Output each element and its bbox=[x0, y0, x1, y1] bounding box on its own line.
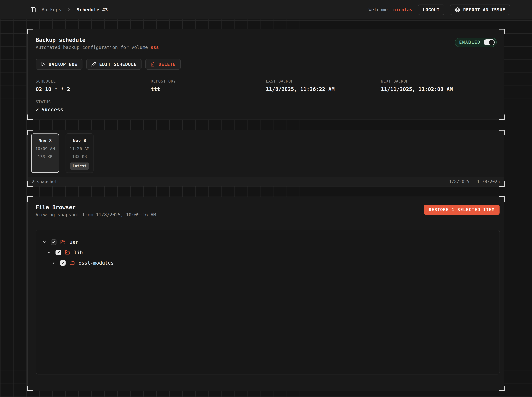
field-label: LAST BACKUP bbox=[266, 79, 381, 84]
snapshot-date: Nov 8 bbox=[73, 138, 86, 143]
folder-open-icon bbox=[60, 240, 66, 245]
restore-selected-button[interactable]: RESTORE 1 SELECTED ITEM bbox=[424, 205, 500, 215]
report-issue-button[interactable]: REPORT AN ISSUE bbox=[450, 5, 510, 15]
field-value: ttt bbox=[151, 86, 266, 92]
enabled-toggle[interactable]: ENABLED bbox=[455, 38, 497, 47]
field-next-backup: NEXT BACKUP 11/11/2025, 11:02:00 AM bbox=[381, 79, 496, 92]
corner-bracket bbox=[27, 196, 33, 202]
corner-bracket bbox=[27, 29, 33, 34]
play-icon bbox=[41, 62, 45, 67]
checkbox-lib[interactable] bbox=[56, 250, 61, 255]
trash-icon bbox=[150, 62, 155, 67]
breadcrumb-current-page: Schedule #3 bbox=[77, 7, 108, 12]
folder-icon bbox=[70, 260, 75, 266]
breadcrumb: Backups Schedule #3 bbox=[30, 7, 108, 13]
logout-button[interactable]: LOGOUT bbox=[418, 5, 444, 15]
tree-row-lib[interactable]: lib bbox=[36, 247, 500, 258]
file-browser-card: File Browser Viewing snapshot from 11/8/… bbox=[27, 197, 504, 391]
tree-row-ossl-modules[interactable]: ossl-modules bbox=[36, 258, 500, 268]
sidebar-toggle-icon[interactable] bbox=[30, 7, 36, 13]
snapshot-card-selected[interactable]: Nov 8 10:09 AM 133 KB bbox=[31, 133, 59, 173]
corner-bracket bbox=[499, 114, 505, 120]
welcome-text: Welcome, nicolas bbox=[368, 7, 412, 12]
corner-bracket bbox=[27, 386, 33, 391]
backup-now-button[interactable]: BACKUP NOW bbox=[36, 59, 82, 70]
check-icon: ✓ bbox=[36, 106, 39, 113]
folder-open-icon bbox=[65, 250, 70, 255]
corner-bracket bbox=[27, 114, 33, 120]
tree-item-name[interactable]: ossl-modules bbox=[79, 260, 114, 266]
tree-item-name[interactable]: usr bbox=[70, 239, 78, 245]
schedule-card-subtitle: Automated backup configuration for volum… bbox=[36, 45, 496, 50]
file-tree-panel: usr lib bbox=[36, 230, 500, 374]
top-header: Backups Schedule #3 Welcome, nicolas LOG… bbox=[0, 0, 532, 19]
corner-bracket bbox=[499, 29, 505, 34]
toggle-knob bbox=[489, 40, 494, 45]
tree-row-usr[interactable]: usr bbox=[36, 237, 500, 247]
schedule-card-title: Backup schedule bbox=[36, 37, 496, 43]
snapshot-size: 133 KB bbox=[72, 154, 87, 159]
chevron-right-icon bbox=[67, 8, 71, 12]
corner-bracket bbox=[499, 130, 505, 135]
field-label: NEXT BACKUP bbox=[381, 79, 496, 84]
delete-button[interactable]: DELETE bbox=[146, 59, 181, 70]
status-value: ✓ Success bbox=[36, 106, 496, 113]
snapshot-time: 11:26 AM bbox=[70, 146, 89, 151]
status-label: STATUS bbox=[36, 100, 496, 104]
chevron-down-icon[interactable] bbox=[47, 250, 52, 255]
life-buoy-icon bbox=[455, 7, 460, 12]
field-value: 02 10 * * 2 bbox=[36, 86, 151, 92]
chevron-right-icon[interactable] bbox=[51, 261, 56, 265]
corner-bracket bbox=[499, 386, 505, 391]
corner-bracket bbox=[27, 130, 33, 135]
chevron-down-icon[interactable] bbox=[42, 240, 47, 245]
snapshot-card[interactable]: Nov 8 11:26 AM 133 KB Latest bbox=[66, 133, 94, 173]
corner-bracket bbox=[499, 196, 505, 202]
snapshot-count: 2 snapshots bbox=[32, 179, 60, 184]
field-label: REPOSITORY bbox=[151, 79, 266, 84]
field-repository: REPOSITORY ttt bbox=[151, 79, 266, 92]
snapshots-footer: 2 snapshots 11/8/2025 – 11/8/2025 bbox=[28, 177, 504, 186]
snapshot-size: 133 KB bbox=[38, 154, 52, 159]
pencil-icon bbox=[91, 62, 96, 67]
enabled-label: ENABLED bbox=[459, 40, 480, 45]
latest-badge: Latest bbox=[70, 162, 89, 170]
checkbox-ossl-modules[interactable] bbox=[60, 260, 66, 266]
toggle-switch[interactable] bbox=[484, 39, 495, 45]
field-schedule: SCHEDULE 02 10 * * 2 bbox=[36, 79, 151, 92]
corner-bracket bbox=[499, 181, 505, 187]
snapshot-date-range: 11/8/2025 – 11/8/2025 bbox=[446, 179, 500, 184]
field-last-backup: LAST BACKUP 11/8/2025, 11:26:22 AM bbox=[266, 79, 381, 92]
username: nicolas bbox=[393, 7, 412, 12]
snapshots-card: Nov 8 10:09 AM 133 KB Nov 8 11:26 AM 133… bbox=[27, 130, 504, 186]
field-value: 11/11/2025, 11:02:00 AM bbox=[381, 86, 496, 92]
volume-name: sss bbox=[151, 45, 159, 50]
checkbox-usr[interactable] bbox=[51, 239, 57, 245]
field-value: 11/8/2025, 11:26:22 AM bbox=[266, 86, 381, 92]
field-label: SCHEDULE bbox=[36, 79, 151, 84]
tree-item-name[interactable]: lib bbox=[74, 250, 83, 255]
snapshot-time: 10:09 AM bbox=[35, 146, 55, 151]
backup-schedule-card: Backup schedule Automated backup configu… bbox=[27, 29, 504, 120]
snapshot-date: Nov 8 bbox=[38, 138, 52, 143]
corner-bracket bbox=[27, 181, 33, 187]
breadcrumb-section[interactable]: Backups bbox=[42, 7, 61, 12]
status-block: STATUS ✓ Success bbox=[36, 100, 496, 113]
edit-schedule-button[interactable]: EDIT SCHEDULE bbox=[86, 59, 142, 70]
